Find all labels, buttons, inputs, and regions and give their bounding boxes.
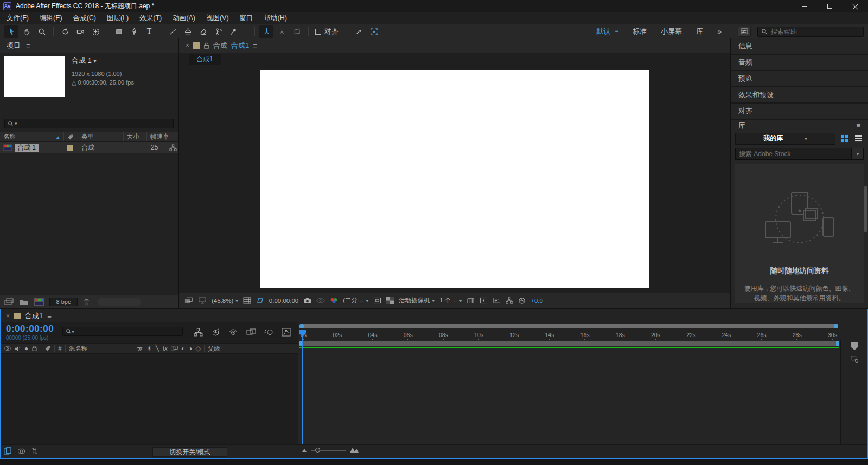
workspace-menu-icon[interactable]: ≡ — [615, 28, 618, 35]
snapping-control[interactable]: 对齐 — [315, 27, 339, 36]
new-folder-icon[interactable] — [20, 298, 29, 306]
video-eye-icon[interactable] — [4, 346, 11, 351]
flowchart-icon[interactable] — [169, 144, 177, 151]
snap-inside-comp-icon[interactable] — [367, 25, 381, 38]
column-framerate[interactable]: 帧速率 — [146, 132, 178, 141]
viewer-tab-name[interactable]: 合成1 — [231, 41, 249, 50]
text-tool-icon[interactable]: T — [142, 25, 156, 38]
view-axis-mode-icon[interactable] — [290, 25, 304, 38]
stock-search-dropdown[interactable]: ▾ — [852, 148, 864, 160]
workspace-tab-default[interactable]: 默认 ≡ — [596, 27, 618, 36]
collapsed-panel-header[interactable]: 音频 — [731, 55, 868, 71]
maximize-button[interactable] — [817, 0, 843, 12]
library-panel-header[interactable]: 库 ≡ — [731, 120, 868, 132]
panel-menu-icon[interactable]: ≡ — [253, 42, 257, 50]
label-column-icon[interactable] — [44, 345, 51, 352]
zoom-tool-icon[interactable] — [35, 25, 49, 38]
snap-along-edges-icon[interactable] — [352, 25, 366, 38]
shy-switch-icon[interactable] — [136, 345, 143, 352]
viewer-canvas[interactable] — [179, 66, 730, 293]
zoom-slider[interactable] — [311, 450, 346, 451]
pixel-aspect-correction-icon[interactable] — [467, 297, 475, 304]
column-label[interactable] — [63, 132, 78, 141]
menu-item[interactable]: 帮助(H) — [259, 12, 292, 24]
new-composition-icon[interactable] — [34, 298, 44, 306]
collapsed-panel-header[interactable]: 预览 — [731, 71, 868, 87]
workspace-overflow-icon[interactable]: » — [717, 27, 722, 36]
zoom-slider-knob[interactable] — [315, 448, 320, 453]
workspace-settings-icon[interactable] — [738, 27, 751, 37]
snapshot-camera-icon[interactable] — [303, 298, 311, 304]
workspace-tab-library[interactable]: 库 — [696, 27, 703, 36]
pen-tool-icon[interactable] — [127, 25, 141, 38]
expand-transfer-controls-icon[interactable] — [17, 447, 25, 455]
help-search-box[interactable] — [757, 27, 864, 37]
list-view-icon[interactable] — [853, 133, 864, 144]
transparency-grid-icon[interactable] — [386, 297, 394, 304]
selection-tool-icon[interactable] — [4, 25, 18, 38]
work-area-bar[interactable] — [298, 340, 867, 347]
graph-editor-icon[interactable] — [282, 328, 291, 337]
motion-blur-icon[interactable] — [264, 328, 273, 337]
stock-search-input[interactable] — [736, 150, 851, 158]
menu-item[interactable]: 视图(V) — [201, 12, 234, 24]
panel-resize-grip[interactable] — [98, 298, 141, 306]
menu-item[interactable]: 合成(C) — [68, 12, 101, 24]
time-navigator[interactable] — [298, 322, 867, 330]
resolution-select[interactable]: (二分…▾ — [343, 296, 368, 305]
expand-layer-switches-icon[interactable] — [4, 447, 12, 455]
motion-blur-switch-icon[interactable]: ◐ — [181, 345, 185, 352]
shape-tool-icon[interactable] — [112, 25, 126, 38]
always-preview-icon[interactable] — [184, 297, 193, 304]
column-type[interactable]: 类型 — [78, 132, 123, 141]
close-button[interactable] — [843, 0, 868, 12]
viewer-timecode[interactable]: 0:00:00:00 — [269, 298, 298, 304]
main-viewer-icon[interactable] — [198, 297, 207, 304]
collapse-transforms-icon[interactable]: ☀ — [146, 345, 152, 352]
comp-flowchart-icon[interactable] — [506, 297, 513, 304]
frame-blend-icon[interactable] — [246, 328, 256, 337]
workspace-tab-small-screen[interactable]: 小屏幕 — [661, 27, 682, 36]
solo-icon[interactable]: ● — [24, 345, 28, 352]
sidebar-scrollbar[interactable] — [864, 186, 867, 232]
three-d-layer-icon[interactable]: ◇ — [196, 345, 201, 352]
collapsed-panel-header[interactable]: 效果和预设 — [731, 87, 868, 104]
project-search-box[interactable]: ▾ — [4, 119, 174, 128]
bit-depth-button[interactable]: 8 bpc — [49, 298, 78, 306]
close-tab-icon[interactable]: × — [186, 42, 189, 49]
menu-item[interactable]: 动画(A) — [167, 12, 201, 24]
expand-in-out-panes-icon[interactable] — [31, 447, 38, 455]
comp-marker-icon[interactable] — [850, 355, 859, 363]
help-search-input[interactable] — [771, 28, 847, 35]
grid-view-icon[interactable] — [839, 133, 850, 144]
project-tab[interactable]: 项目 — [7, 41, 21, 50]
workspace-tab-standard[interactable]: 标准 — [633, 27, 647, 36]
view-layout-select[interactable]: 1 个…▾ — [439, 296, 462, 305]
eraser-tool-icon[interactable] — [196, 25, 210, 38]
frame-blend-switch-icon[interactable] — [171, 345, 178, 352]
shy-layers-icon[interactable] — [228, 328, 238, 337]
target-region-icon[interactable] — [373, 297, 381, 304]
show-channel-icon[interactable] — [330, 298, 338, 304]
zoom-out-icon[interactable] — [302, 449, 307, 452]
parent-column[interactable]: 父级 — [208, 345, 220, 353]
hand-tool-icon[interactable] — [20, 25, 34, 38]
region-of-interest-icon[interactable] — [256, 297, 264, 304]
marker-bin-icon[interactable] — [850, 341, 859, 351]
zoom-in-icon[interactable] — [350, 448, 359, 453]
grid-guides-icon[interactable] — [243, 297, 251, 304]
label-color-swatch[interactable] — [67, 145, 73, 151]
panel-menu-icon[interactable]: ≡ — [26, 42, 30, 50]
adjustment-layer-icon[interactable]: ◑ — [188, 345, 192, 352]
close-tab-icon[interactable]: × — [6, 312, 10, 320]
brush-tool-icon[interactable] — [165, 25, 180, 38]
current-timecode[interactable]: 0:00:00:00 — [6, 324, 54, 334]
puppet-pin-tool-icon[interactable] — [226, 25, 240, 38]
library-collection-select[interactable]: 我的库 ▾ — [735, 133, 835, 145]
local-axis-mode-icon[interactable] — [259, 25, 273, 38]
exposure-value[interactable]: +0.0 — [531, 298, 543, 304]
fast-previews-icon[interactable] — [480, 297, 488, 304]
comp-mini-flowchart-icon[interactable] — [194, 328, 203, 337]
panel-menu-icon[interactable]: ≡ — [856, 121, 860, 130]
time-ruler[interactable]: 0s02s04s06s08s10s12s14s16s18s20s22s24s26… — [298, 330, 867, 340]
